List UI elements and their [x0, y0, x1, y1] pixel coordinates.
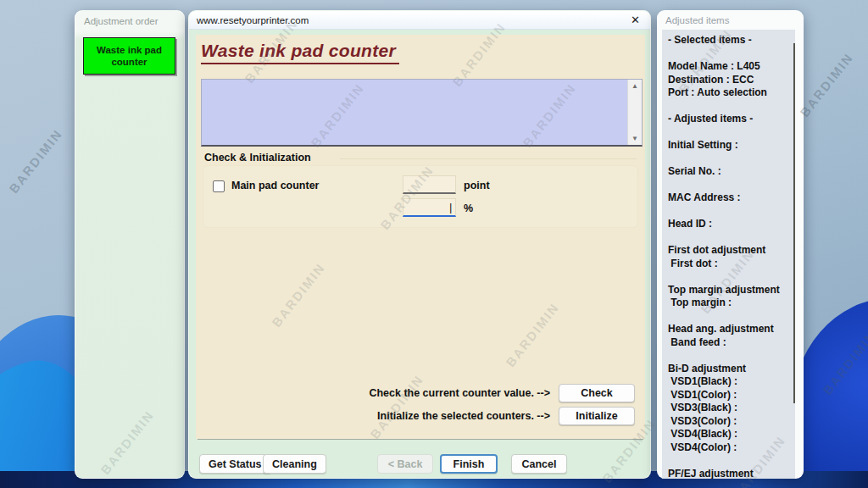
list-item: Head ID : — [668, 218, 795, 231]
list-item — [668, 454, 795, 468]
list-item: Bi-D adjustment — [668, 363, 795, 376]
list-item: VSD3(Black) : — [668, 402, 795, 415]
get-status-button[interactable]: Get Status — [199, 454, 271, 474]
adjusted-items-scrollbar[interactable] — [793, 43, 795, 403]
adjusted-items-title: Adjusted items — [658, 11, 803, 25]
initialize-button[interactable]: Initialize — [559, 407, 635, 425]
footer-divider — [198, 439, 643, 440]
list-item: Top margin : — [668, 297, 795, 310]
list-item — [668, 231, 795, 245]
list-item: VSD4(Black) : — [668, 428, 795, 441]
list-item: - Selected items - — [668, 34, 795, 47]
percent-value-input[interactable] — [403, 198, 456, 217]
list-item: First dot : — [668, 258, 795, 271]
point-unit-label: point — [464, 180, 490, 191]
list-item: Head ang. adjustment — [668, 323, 795, 336]
waste-ink-pad-counter-item[interactable]: Waste ink pad counter — [83, 37, 175, 75]
dialog-title: www.resetyourprinter.com — [197, 15, 628, 25]
list-item: Initial Setting : — [668, 139, 795, 152]
list-item: Band feed : — [668, 336, 795, 350]
point-value-input[interactable] — [403, 175, 456, 194]
list-item: Top margin adjustment — [668, 284, 795, 297]
adjusted-items-panel: Adjusted items - Selected items - Model … — [657, 10, 804, 479]
list-item: MAC Address : — [668, 191, 795, 205]
check-initialization-label: Check & Initialization — [204, 152, 311, 164]
adjusted-items-list: - Selected items - Model Name : L405Dest… — [662, 30, 795, 479]
message-scrollbar[interactable]: ▲ ▼ — [627, 80, 642, 145]
finish-button[interactable]: Finish — [440, 454, 498, 474]
list-item — [668, 100, 795, 114]
cancel-button[interactable]: Cancel — [511, 454, 567, 474]
adjustment-order-panel: Adjustment order Waste ink pad counter — [75, 10, 185, 479]
list-item: PF/EJ adjustment — [668, 468, 795, 480]
group-rule — [340, 158, 637, 159]
text-caret: | — [449, 201, 452, 214]
cleaning-button[interactable]: Cleaning — [263, 454, 326, 474]
list-item — [668, 270, 795, 284]
list-item: Serial No. : — [668, 165, 795, 179]
list-item — [668, 152, 795, 166]
adjustment-order-title: Adjustment order — [75, 11, 184, 26]
check-button[interactable]: Check — [559, 384, 635, 402]
check-instruction-label: Check the current counter value. --> — [211, 387, 550, 399]
scroll-up-icon[interactable]: ▲ — [632, 80, 638, 92]
list-item: First dot adjustment — [668, 244, 795, 258]
list-item — [668, 349, 795, 363]
percent-unit-label: % — [464, 202, 473, 214]
list-item: Model Name : L405 — [668, 60, 795, 74]
list-item: Destination : ECC — [668, 74, 795, 87]
back-button[interactable]: < Back — [377, 454, 433, 474]
list-item — [668, 179, 795, 192]
list-item: VSD1(Black) : — [668, 375, 795, 389]
list-item — [668, 47, 795, 61]
initialize-instruction-label: Initialize the selected counters. --> — [211, 410, 550, 422]
list-item: VSD3(Color) : — [668, 415, 795, 429]
list-item: VSD1(Color) : — [668, 389, 795, 402]
list-item — [668, 205, 795, 219]
close-icon[interactable]: ✕ — [628, 14, 643, 26]
dialog-titlebar: www.resetyourprinter.com ✕ — [189, 11, 650, 30]
list-item: - Adjusted items - — [668, 113, 795, 126]
main-pad-counter-label: Main pad counter — [231, 180, 319, 191]
page-title: Waste ink pad counter — [201, 41, 399, 64]
main-pad-counter-checkbox[interactable] — [213, 180, 225, 192]
list-item: VSD4(Color) : — [668, 441, 795, 455]
dialog-body: Waste ink pad counter ▲ ▼ Check & Initia… — [196, 35, 645, 439]
waste-ink-dialog: www.resetyourprinter.com ✕ Waste ink pad… — [188, 10, 651, 479]
list-item: Port : Auto selection — [668, 86, 795, 100]
scroll-down-icon[interactable]: ▼ — [632, 132, 638, 145]
list-item — [668, 126, 795, 140]
list-item — [668, 310, 795, 324]
message-textbox[interactable]: ▲ ▼ — [201, 79, 643, 147]
